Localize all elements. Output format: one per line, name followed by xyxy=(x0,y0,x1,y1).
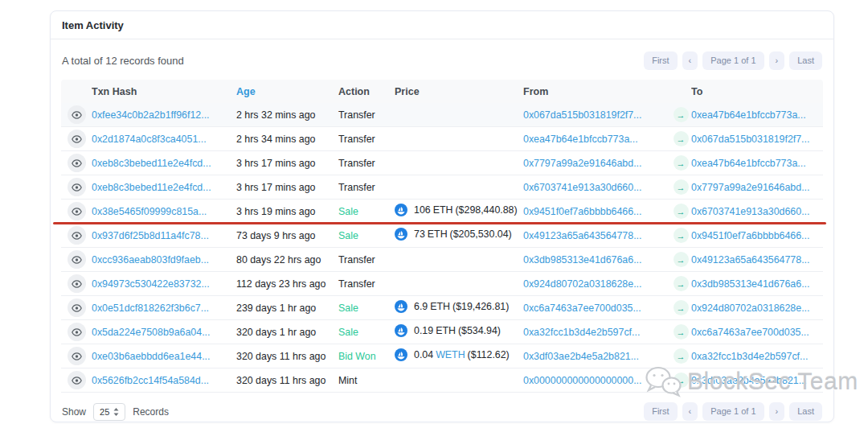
table-row: 0x0e51dcf818262f3b6c7... 239 days 1 hr a… xyxy=(61,296,823,320)
view-details-button[interactable] xyxy=(68,347,86,365)
view-details-button[interactable] xyxy=(68,371,86,389)
from-address-link[interactable]: 0x3db985313e41d676a6... xyxy=(523,254,641,266)
table-row: 0x937d6f25b8d11a4fc78... 73 days 9 hrs a… xyxy=(61,224,823,248)
from-address-link[interactable]: 0x067da515b031819f2f7... xyxy=(523,109,641,121)
eye-icon xyxy=(72,183,82,191)
eye-icon xyxy=(72,377,82,385)
view-details-button[interactable] xyxy=(68,178,86,196)
arrow-right-icon: → xyxy=(674,252,689,267)
column-header-age-sort-link[interactable]: Age xyxy=(236,86,256,97)
price-text: 0.04 WETH ($112.62) xyxy=(414,349,510,360)
to-address-link[interactable]: 0xea47b64e1bfccb773a... xyxy=(691,158,806,169)
table-body: 0xfee34c0b2a2b1ff96f12... 2 hrs 32 mins … xyxy=(61,103,823,393)
arrow-right-icon: → xyxy=(674,155,689,171)
txn-hash-link[interactable]: 0xe03b6aebbdd6ea1e44... xyxy=(92,351,210,362)
table-header-row: Txn Hash Age Action Price From To xyxy=(61,80,823,103)
to-address-link[interactable]: 0x6703741e913a30d660... xyxy=(691,206,809,217)
from-address-link[interactable]: 0x000000000000000000... xyxy=(523,375,641,386)
table-row: 0xeb8c3bebed11e2e4fcd... 3 hrs 17 mins a… xyxy=(61,175,823,200)
price-currency[interactable]: WETH xyxy=(436,349,465,360)
eye-icon xyxy=(72,111,82,119)
to-address-link[interactable]: 0x49123a65a643564778... xyxy=(691,254,809,266)
action-label: Mint xyxy=(338,375,357,386)
txn-hash-link[interactable]: 0xeb8c3bebed11e2e4fcd... xyxy=(92,158,211,169)
records-summary: A total of 12 records found xyxy=(62,55,184,67)
action-label: Transfer xyxy=(338,109,375,121)
to-address-link[interactable]: 0xea47b64e1bfccb773a... xyxy=(691,109,806,121)
arrow-right-icon: → xyxy=(674,179,689,195)
price-currency: ETH xyxy=(433,204,453,216)
view-details-button[interactable] xyxy=(68,250,86,269)
from-address-link[interactable]: 0x7797a99a2e91646abd... xyxy=(523,158,641,169)
pagination-bottom-next-button[interactable]: › xyxy=(769,402,785,421)
pagination-page-indicator: Page 1 of 1 xyxy=(702,51,764,70)
view-details-button[interactable] xyxy=(68,323,86,341)
txn-hash-link[interactable]: 0x5da224e7508b9a6a04... xyxy=(92,327,210,338)
to-address-link[interactable]: 0x067da515b031819f2f7... xyxy=(691,134,809,145)
txn-hash-link[interactable]: 0x5626fb2cc14f54a584d... xyxy=(92,375,209,386)
txn-hash-link[interactable]: 0x38e5465f09999c815a... xyxy=(92,206,207,217)
to-address-link[interactable]: 0x9451f0ef7a6bbbb6466... xyxy=(691,230,809,241)
txn-hash-link[interactable]: 0xeb8c3bebed11e2e4fcd... xyxy=(92,182,211,193)
view-details-button[interactable] xyxy=(68,130,86,148)
to-address-link[interactable]: 0x7797a99a2e91646abd... xyxy=(691,182,809,193)
to-address-link[interactable]: 0xa32fcc1b3d4e2b597cf... xyxy=(691,351,808,362)
eye-icon xyxy=(72,352,82,360)
view-details-button[interactable] xyxy=(68,226,86,245)
to-address-link[interactable]: 0xc6a7463a7ee700d035... xyxy=(691,327,809,338)
arrow-right-icon: → xyxy=(674,373,689,388)
txn-hash-link[interactable]: 0xcc936aeab803fd9faeb... xyxy=(92,254,209,266)
txn-hash-link[interactable]: 0xfee34c0b2a2b1ff96f12... xyxy=(92,109,210,121)
from-address-link[interactable]: 0x9451f0ef7a6bbbb6466... xyxy=(523,206,641,217)
table-row: 0xcc936aeab803fd9faeb... 80 days 22 hrs … xyxy=(61,248,823,272)
records-label: Records xyxy=(133,406,169,418)
view-details-button[interactable] xyxy=(68,105,86,124)
txn-hash-link[interactable]: 0x0e51dcf818262f3b6c7... xyxy=(92,303,209,314)
opensea-ship-icon xyxy=(395,228,407,241)
price-usd: ($298,440.88) xyxy=(455,204,517,216)
pagination-next-button[interactable]: › xyxy=(769,51,785,70)
age-text: 3 hrs 17 mins ago xyxy=(236,182,316,193)
txn-hash-link[interactable]: 0x2d1874a0c8f3ca4051... xyxy=(92,134,207,145)
action-label: Transfer xyxy=(338,254,375,266)
age-text: 320 days 1 hr ago xyxy=(236,327,316,338)
from-address-link[interactable]: 0xc6a7463a7ee700d035... xyxy=(523,303,641,314)
arrow-right-icon: → xyxy=(674,276,689,291)
view-details-button[interactable] xyxy=(68,154,86,172)
arrow-right-icon: → xyxy=(674,300,689,315)
age-text: 112 days 23 hrs ago xyxy=(236,278,326,290)
pagination-first-button[interactable]: First xyxy=(644,51,677,70)
show-label: Show xyxy=(62,406,86,418)
from-address-link[interactable]: 0x6703741e913a30d660... xyxy=(523,182,641,193)
pagination-last-button[interactable]: Last xyxy=(789,51,822,70)
from-address-link[interactable]: 0xa32fcc1b3d4e2b597cf... xyxy=(523,327,640,338)
to-address-link[interactable]: 0x3db985313e41d676a6... xyxy=(691,278,809,290)
price-cell: 73 ETH ($205,530.04) xyxy=(395,228,512,241)
txn-hash-link[interactable]: 0x94973c530422e83732... xyxy=(92,278,210,290)
arrow-right-icon: → xyxy=(674,228,689,243)
pagination-bottom-first-button[interactable]: First xyxy=(644,402,677,421)
opensea-ship-icon xyxy=(395,204,407,216)
view-details-button[interactable] xyxy=(68,298,86,317)
from-address-link[interactable]: 0x49123a65a643564778... xyxy=(523,230,641,241)
pagination-prev-button[interactable]: ‹ xyxy=(682,51,698,70)
txn-hash-link[interactable]: 0x937d6f25b8d11a4fc78... xyxy=(92,230,209,241)
age-text: 2 hrs 32 mins ago xyxy=(236,109,316,121)
to-address-link[interactable]: 0x924d80702a0318628e... xyxy=(691,303,809,314)
to-address-link[interactable]: 0x3df03ae2b4e5a2b821... xyxy=(691,375,807,386)
price-text: 6.9 ETH ($19,426.81) xyxy=(414,301,509,312)
from-address-link[interactable]: 0xea47b64e1bfccb773a... xyxy=(523,134,638,145)
pagination-bottom-last-button[interactable]: Last xyxy=(789,402,822,421)
from-address-link[interactable]: 0x3df03ae2b4e5a2b821... xyxy=(523,351,639,362)
table-row: 0x2d1874a0c8f3ca4051... 2 hrs 34 mins ag… xyxy=(61,127,823,151)
view-details-button[interactable] xyxy=(68,202,86,220)
page-size-select[interactable]: 25 xyxy=(93,403,125,421)
action-label: Sale xyxy=(338,230,358,241)
page-size-control: Show 25 Records xyxy=(62,403,169,421)
price-usd: ($205,530.04) xyxy=(450,228,512,240)
from-address-link[interactable]: 0x924d80702a0318628e... xyxy=(523,278,641,290)
table-row: 0x5da224e7508b9a6a04... 320 days 1 hr ag… xyxy=(61,320,823,344)
pagination-bottom-prev-button[interactable]: ‹ xyxy=(682,402,698,421)
view-details-button[interactable] xyxy=(68,274,86,293)
age-text: 320 days 11 hrs ago xyxy=(236,351,326,362)
